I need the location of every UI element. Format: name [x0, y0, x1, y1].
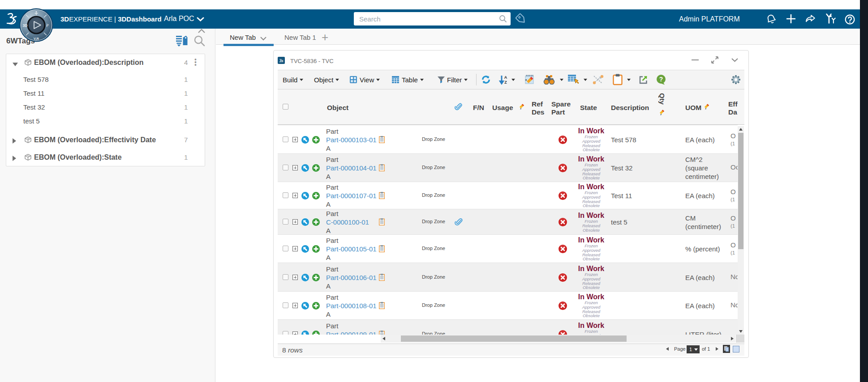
svg-text:A: A — [504, 75, 507, 80]
svg-text:?: ? — [659, 76, 663, 83]
svg-text:V,R: V,R — [34, 37, 39, 41]
svg-text:3s: 3s — [279, 58, 284, 63]
svg-text:Z: Z — [504, 80, 507, 85]
svg-text:i²: i² — [46, 23, 48, 28]
svg-text:3D: 3D — [23, 23, 28, 28]
